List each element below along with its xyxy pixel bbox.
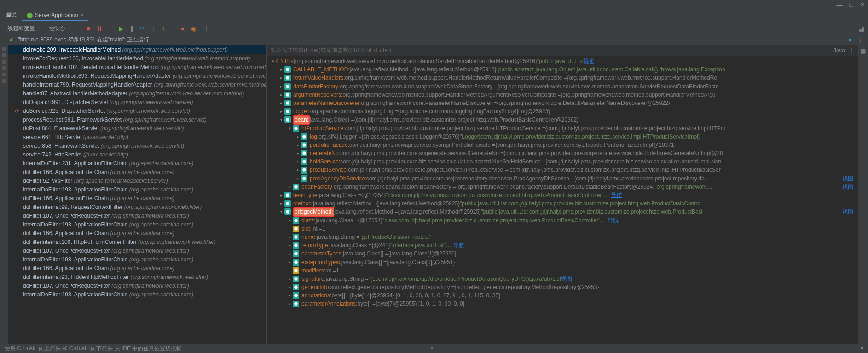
- variable-node[interactable]: ▸⬣dataBinderFactory: org.springframework…: [267, 82, 858, 91]
- stop-icon[interactable]: ■: [87, 25, 90, 32]
- layout-icon[interactable]: ▦: [858, 25, 864, 32]
- stack-frame[interactable]: doFilter:166, ApplicationFilterChain (or…: [8, 229, 266, 237]
- expand-icon[interactable]: ▸: [278, 99, 284, 107]
- navigate-link[interactable]: 导航: [611, 191, 622, 199]
- expand-icon[interactable]: ▸: [286, 216, 293, 225]
- variable-node[interactable]: ▸⬣returnValueHandlers: org.springframewo…: [267, 74, 858, 82]
- expand-icon[interactable]: ▸: [286, 249, 293, 258]
- stack-frame[interactable]: service:742, HttpServlet (javax.servlet.…: [8, 150, 266, 159]
- force-step-icon[interactable]: ↑: [162, 25, 165, 32]
- stack-frame[interactable]: internalDoFilter:193, ApplicationFilterC…: [8, 185, 266, 194]
- expand-icon[interactable]: ▸: [286, 300, 293, 308]
- expand-icon[interactable]: ▾: [278, 116, 284, 124]
- stack-frame[interactable]: internalDoFilter:193, ApplicationFilterC…: [8, 220, 266, 229]
- expand-icon[interactable]: ▸: [286, 275, 293, 283]
- variable-node[interactable]: ⬣modifiers: int = 1: [267, 266, 858, 275]
- step-into-icon[interactable]: ↓: [152, 25, 155, 32]
- variable-node[interactable]: ▸⬣parameterTypes: java.lang.Class[] = {j…: [267, 249, 858, 258]
- status-close-icon[interactable]: ×: [430, 345, 434, 352]
- variables-tab[interactable]: 线程和变量: [4, 23, 39, 34]
- expand-icon[interactable]: ▸: [278, 199, 284, 208]
- filter-icon[interactable]: ▼: [847, 37, 853, 43]
- stack-frame[interactable]: ⟳doService:925, DispatcherServlet (org.s…: [8, 106, 266, 115]
- scroll-down-icon[interactable]: ▾: [861, 345, 863, 352]
- variable-node[interactable]: ▸⬣returnType: java.lang.Class = {@241} "…: [267, 241, 858, 249]
- variable-node[interactable]: ▸⬣prodAgencyDbService: com.jdjr.haiyi.pm…: [267, 174, 858, 183]
- variable-node[interactable]: ▸⬣annotations: byte[] = {byte[14]@25954}…: [267, 291, 858, 300]
- thread-name[interactable]: "http-nio-8089-exec-3"@19,391 在组"main": …: [18, 36, 149, 43]
- navigate-link[interactable]: 导航: [453, 241, 464, 249]
- variable-node[interactable]: ▸⬣portfolioFacade: com.jdjr.haiyi.pms.ne…: [267, 141, 858, 149]
- variable-node[interactable]: ▸⬣beanFactory: org.springframework.beans…: [267, 183, 858, 191]
- expand-icon[interactable]: ▸: [278, 82, 284, 91]
- stack-frame[interactable]: doDispatch:991, DispatcherServlet (org.s…: [8, 98, 266, 106]
- view-link[interactable]: 视图: [842, 174, 855, 183]
- expand-icon[interactable]: ▸: [286, 258, 293, 266]
- mute-bp-icon[interactable]: ◉: [191, 25, 197, 32]
- expand-icon[interactable]: ▸: [278, 191, 284, 199]
- view-link[interactable]: 视图: [584, 58, 596, 64]
- stack-frame[interactable]: invokeForRequest:136, InvocableHandlerMe…: [8, 54, 266, 63]
- variable-node[interactable]: ▾⬣bridgedMethod: java.lang.reflect.Metho…: [267, 208, 858, 216]
- expand-icon[interactable]: ▾: [286, 124, 293, 133]
- variable-node[interactable]: ▸⬣productService: com.jdjr.haiyi.pms.pro…: [267, 166, 858, 174]
- expand-icon[interactable]: ▸: [286, 241, 293, 249]
- pause-icon[interactable]: ⏸: [97, 25, 103, 32]
- variable-node[interactable]: ▸⬣exceptionTypes: java.lang.Class[] = {j…: [267, 258, 858, 266]
- expand-icon[interactable]: ▸: [295, 141, 301, 149]
- stack-frame[interactable]: doPost:884, FrameworkServlet (org.spring…: [8, 124, 266, 133]
- stack-frame[interactable]: doFilterInternal:109, HttpPutFormContent…: [8, 237, 266, 246]
- stack-frame[interactable]: internalDoFilter:193, ApplicationFilterC…: [8, 255, 266, 264]
- stack-frame[interactable]: doFilterInternal:99, RequestContextFilte…: [8, 203, 266, 211]
- expand-icon[interactable]: ▸: [286, 291, 293, 300]
- pause2-icon[interactable]: ‖: [130, 25, 133, 32]
- expand-icon[interactable]: ▸: [278, 74, 284, 82]
- breakpoints-icon[interactable]: ●: [180, 25, 184, 32]
- stack-frame[interactable]: processRequest:981, FrameworkServlet (or…: [8, 115, 266, 124]
- expand-icon[interactable]: ▾: [278, 208, 284, 216]
- variable-node[interactable]: ▸⬣genericInfo: sun.reflect.generics.repo…: [267, 283, 858, 291]
- more-thread-icon[interactable]: ⋮: [858, 37, 863, 43]
- debug-tool-tab[interactable]: 调试: [0, 9, 22, 22]
- stack-frame[interactable]: handleInternal:799, RequestMappingHandle…: [8, 80, 266, 89]
- stack-frame[interactable]: handle:87, AbstractHandlerMethodAdapter …: [8, 89, 266, 98]
- expand-icon[interactable]: ▸: [278, 107, 284, 116]
- eval-lang[interactable]: Java: [833, 47, 845, 54]
- expand-icon[interactable]: ▸: [278, 65, 284, 74]
- maximize-icon[interactable]: □: [850, 1, 853, 8]
- resume-icon[interactable]: ▶: [119, 25, 124, 32]
- stack-frame[interactable]: doFilter:52, WsFilter (org.apache.tomcat…: [8, 176, 266, 185]
- expand-icon[interactable]: ▸: [278, 91, 284, 99]
- file-tab[interactable]: ⬤ ServerApplication ×: [22, 10, 88, 21]
- stack-frame[interactable]: doFilter:166, ApplicationFilterChain (or…: [8, 264, 266, 272]
- stack-frame[interactable]: service:858, FrameworkServlet (org.sprin…: [8, 141, 266, 150]
- stack-frame[interactable]: invokeHandlerMethod:893, RequestMappingH…: [8, 71, 266, 80]
- expand-icon[interactable]: ▸: [286, 233, 293, 241]
- stack-frame[interactable]: doFilter:107, OncePerRequestFilter (org.…: [8, 246, 266, 255]
- variables-tree[interactable]: ▾{ }this {org.springframework.web.servle…: [267, 56, 858, 344]
- step-over-icon[interactable]: ↷: [140, 25, 145, 32]
- variable-node[interactable]: ▾{ }this {org.springframework.web.servle…: [267, 57, 858, 65]
- variable-node[interactable]: ▸⬣holdService: com.jdjr.haiyi.pms.provid…: [267, 157, 858, 166]
- view-link[interactable]: 视图: [561, 276, 574, 282]
- variable-node[interactable]: ▸⬣parameterNameDiscoverer: org.springfra…: [267, 99, 858, 107]
- expand-icon[interactable]: ▸: [295, 166, 301, 174]
- expand-icon[interactable]: ▸: [286, 283, 293, 291]
- variable-node[interactable]: ▸⬣generateNo: com.jdjr.haiyi.pms.provide…: [267, 149, 858, 157]
- variable-node[interactable]: ⬣slot: int = 1: [267, 225, 858, 233]
- stack-frame[interactable]: internalDoFilter:193, ApplicationFilterC…: [8, 290, 266, 299]
- more-icon[interactable]: ⋮: [203, 25, 209, 32]
- variable-node[interactable]: ▸⬣logger: org.apache.commons.logging.Log…: [267, 107, 858, 116]
- variable-node[interactable]: ▸⬣log: org.slf4j.Logger = {ch.qos.logbac…: [267, 133, 858, 141]
- stack-frame[interactable]: doFilterInternal:93, HiddenHttpMethodFil…: [8, 272, 266, 281]
- settings-icon[interactable]: ▦: [861, 48, 866, 54]
- variable-node[interactable]: ▸⬣beanType: java.lang.Class = {@17354} "…: [267, 191, 858, 199]
- close-icon[interactable]: ✕: [860, 1, 865, 8]
- evaluate-expression-bar[interactable]: 对表达式求值(Enter)或添加监视(Ctrl+Shift+Enter) Jav…: [267, 45, 858, 56]
- stack-frame[interactable]: invokeAndHandle:102, ServletInvocableHan…: [8, 63, 266, 71]
- variable-node[interactable]: ▸⬣clazz: java.lang.Class = {@17354} "cla…: [267, 216, 858, 225]
- expand-icon[interactable]: ▸: [295, 157, 301, 166]
- variable-node[interactable]: ▸⬣CALLABLE_METHOD: java.lang.reflect.Met…: [267, 65, 858, 74]
- stack-frame[interactable]: service:661, HttpServlet (javax.servlet.…: [8, 133, 266, 141]
- close-tab-icon[interactable]: ×: [81, 12, 84, 18]
